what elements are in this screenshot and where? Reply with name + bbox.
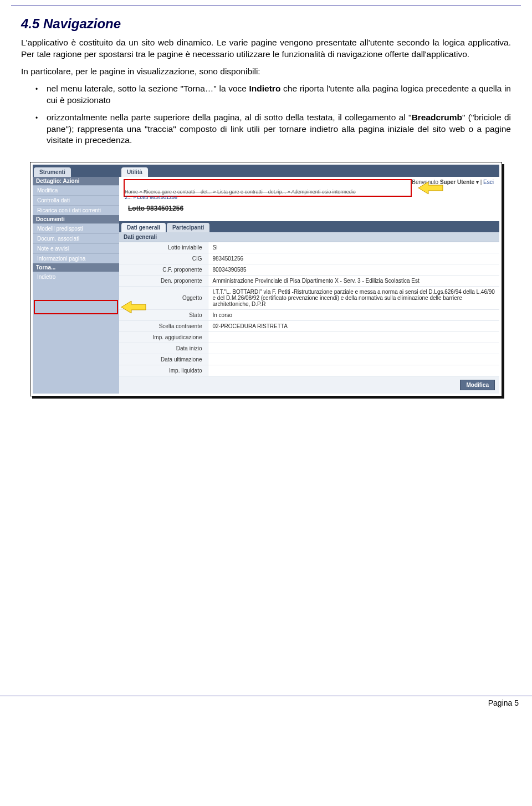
breadcrumb[interactable]: Home » Ricerca gare e contratti – det...… [121,187,494,219]
sidebar-item-controlla[interactable]: Controlla dati [33,195,119,205]
tab-partecipanti[interactable]: Partecipanti [167,223,209,232]
table-row: Data ultimazione [119,354,499,365]
row-label: Lotto inviabile [119,242,208,253]
section-head-dati: Dati generali [119,232,499,242]
row-label: Data inizio [119,343,208,354]
embedded-screenshot: Strumenti Dettaglio: Azioni Modifica Con… [30,162,502,396]
row-label: CIG [119,253,208,264]
inner-tabs: Dati generali Partecipanti [119,221,499,232]
chevron-down-icon[interactable]: ▾ [476,179,479,185]
sidebar: Strumenti Dettaglio: Azioni Modifica Con… [33,165,119,394]
bullet-list: nel menu laterale, sotto la sezione "Tor… [21,83,511,147]
row-label: Scelta contraente [119,321,208,332]
row-label: Imp. aggiudicazione [119,332,208,343]
sidebar-item-docum[interactable]: Docum. associati [33,233,119,243]
sidebar-item-note[interactable]: Note e avvisi [33,243,119,253]
row-label: C.F. proponente [119,264,208,276]
modify-button[interactable]: Modifica [460,380,495,390]
bullet1-pre: nel menu laterale, sotto la sezione "Tor… [47,84,249,93]
row-value: Si [208,242,499,253]
row-value [208,365,499,376]
table-row: Imp. liquidato [119,365,499,376]
row-label: Data ultimazione [119,354,208,365]
userbar-username: Super Utente [440,179,474,185]
sidebar-item-info[interactable]: Informazioni pagina [33,253,119,263]
arrow-callout-indietro [121,300,147,314]
table-row: C.F. proponente80034390585 [119,264,499,276]
breadcrumb-current: Lotto 9834501256 [137,195,178,200]
row-label: Den. proponente [119,276,208,287]
breadcrumb-line2-pre[interactable]: 2... » [125,195,137,200]
footer-page-number: 5 [514,698,519,707]
row-value [208,343,499,354]
row-value: 80034390585 [208,264,499,276]
bullet2-bold: Breadcrumb [412,113,462,122]
paragraph-2: In particolare, per le pagine in visuali… [21,66,511,78]
main-panel: Utilità Benvenuto Super Utente ▾ | Esci … [119,165,499,394]
row-value: 02-PROCEDURA RISTRETTA [208,321,499,332]
section-heading: 4.5 Navigazione [21,16,511,32]
table-row: CIG9834501256 [119,253,499,264]
table-row: Imp. aggiudicazione [119,332,499,343]
document-body: 4.5 Navigazione L'applicativo è costitui… [0,16,532,396]
svg-marker-1 [121,301,146,313]
sidebar-group-azioni: Dettaglio: Azioni [33,177,119,185]
lotto-title: Lotto 9834501256 [125,205,490,212]
modify-row: Modifica [119,376,499,394]
table-row: OggettoI.T.T."L. BOTTARDI" via F. Petiti… [119,287,499,310]
row-value: 9834501256 [208,253,499,264]
logout-link[interactable]: Esci [483,179,494,185]
paragraph-1: L'applicativo è costituito da un sito we… [21,37,511,60]
top-rule [11,6,521,6]
table-row: StatoIn corso [119,310,499,321]
table-row: Lotto inviabileSi [119,242,499,253]
top-tab-strumenti[interactable]: Strumenti [34,167,71,177]
footer-label: Pagina [488,698,513,707]
sidebar-item-modelli[interactable]: Modelli predisposti [33,223,119,233]
sidebar-item-indietro[interactable]: Indietro [33,272,119,282]
row-value: I.T.T."L. BOTTARDI" via F. Petiti -Ristr… [208,287,499,310]
bullet1-bold: Indietro [249,84,281,93]
page-footer: Pagina 5 [0,696,532,713]
breadcrumb-line1[interactable]: Home » Ricerca gare e contratti – det...… [125,189,356,195]
sidebar-item-modifica[interactable]: Modifica [33,185,119,195]
details-table: Lotto inviabileSi CIG9834501256 C.F. pro… [119,242,499,376]
tab-dati-generali[interactable]: Dati generali [121,223,166,232]
row-value: In corso [208,310,499,321]
row-value [208,354,499,365]
sidebar-item-ricarica[interactable]: Ricarica con i dati correnti [33,205,119,215]
bullet-item-1: nel menu laterale, sotto la sezione "Tor… [35,83,511,106]
bullet2-pre: orizzontalmente nella parte superiore de… [47,113,412,122]
row-label: Imp. liquidato [119,365,208,376]
table-row: Data inizio [119,343,499,354]
bullet-item-2: orizzontalmente nella parte superiore de… [35,112,511,147]
sidebar-group-documenti: Documenti [33,215,119,223]
details-tbody: Lotto inviabileSi CIG9834501256 C.F. pro… [119,242,499,376]
row-value: Amministrazione Provinciale di Pisa Dipa… [208,276,499,287]
table-row: Den. proponenteAmministrazione Provincia… [119,276,499,287]
top-tab-utilita[interactable]: Utilità [121,167,148,177]
sidebar-group-torna: Torna... [33,263,119,272]
table-row: Scelta contraente02-PROCEDURA RISTRETTA [119,321,499,332]
row-value [208,332,499,343]
